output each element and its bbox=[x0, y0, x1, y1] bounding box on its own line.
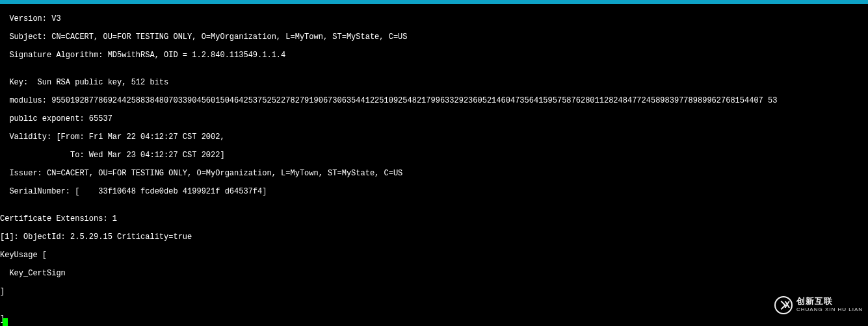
watermark-text-main: 创新互联 bbox=[796, 297, 863, 305]
watermark-text-sub: CHUANG XIN HU LIAN bbox=[796, 305, 863, 314]
cert-close: ] bbox=[0, 314, 868, 323]
cert-validity-from: Validity: [From: Fri Mar 22 04:12:27 CST… bbox=[0, 132, 868, 142]
cert-ext-objectid: [1]: ObjectId: 2.5.29.15 Criticality=tru… bbox=[0, 232, 868, 242]
cert-pubexp: public exponent: 65537 bbox=[0, 114, 868, 123]
terminal-output[interactable]: Version: V3 Subject: CN=CACERT, OU=FOR T… bbox=[0, 4, 868, 326]
watermark-logo: X 创新互联 CHUANG XIN HU LIAN bbox=[774, 296, 863, 314]
watermark-icon: X bbox=[774, 296, 793, 314]
cert-version: Version: V3 bbox=[0, 14, 868, 23]
cert-ext-count: Certificate Extensions: 1 bbox=[0, 214, 868, 223]
cert-subject: Subject: CN=CACERT, OU=FOR TESTING ONLY,… bbox=[0, 32, 868, 42]
cert-sigalg: Signature Algorithm: MD5withRSA, OID = 1… bbox=[0, 51, 868, 60]
cert-keyusage-open: KeyUsage [ bbox=[0, 251, 868, 260]
cert-serial: SerialNumber: [ 33f10648 fcde0deb 419992… bbox=[0, 187, 868, 196]
terminal-cursor bbox=[3, 318, 8, 326]
cert-modulus: modulus: 9550192877869244258838480703390… bbox=[0, 96, 868, 105]
cert-validity-to: To: Wed Mar 23 04:12:27 CST 2022] bbox=[0, 151, 868, 160]
cert-key: Key: Sun RSA public key, 512 bits bbox=[0, 78, 868, 87]
cert-keyusage-close: ] bbox=[0, 287, 868, 296]
cert-keyusage-value: Key_CertSign bbox=[0, 269, 868, 278]
cert-issuer: Issuer: CN=CACERT, OU=FOR TESTING ONLY, … bbox=[0, 169, 868, 178]
